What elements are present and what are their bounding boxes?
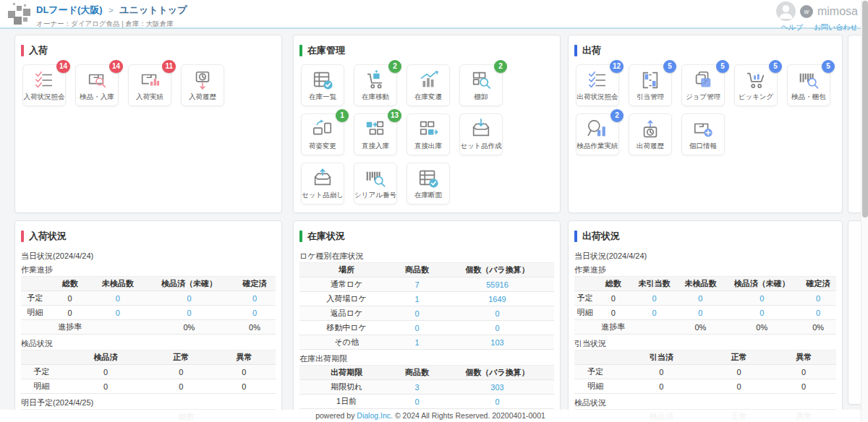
tile-label: ジョブ管理: [686, 92, 720, 102]
tile-label: 直接入庫: [362, 142, 389, 151]
cell-value[interactable]: 103: [441, 335, 554, 350]
contact-link[interactable]: お問い合わせ: [814, 23, 858, 31]
footer-powered-by: powered by: [315, 411, 354, 420]
menu-tile[interactable]: 5ピッキング: [734, 64, 778, 106]
scrollbar-thumb[interactable]: [862, 1, 868, 218]
table-row: その他1103: [299, 335, 554, 350]
row-label: 予定: [574, 291, 595, 306]
menu-tile[interactable]: 1荷姿変更: [301, 113, 344, 155]
cell-value[interactable]: 0: [723, 306, 800, 320]
menu-tile[interactable]: セット品崩し: [301, 163, 344, 204]
cell-value[interactable]: 0: [800, 291, 836, 306]
table-row: 明細000: [574, 379, 836, 394]
cell-value[interactable]: 0: [91, 306, 145, 320]
row-label: [21, 320, 49, 335]
menu-tile[interactable]: 個口情報: [681, 113, 725, 155]
cell-value: 0: [213, 365, 276, 379]
outbound-status-panel: 出荷状況 当日状況(2024/4/24)作業進捗総数未引当数未検品数検品済（未確…: [568, 220, 843, 422]
user-area: w mimosa ヘルプ お問い合わせ: [773, 1, 858, 33]
cell-value[interactable]: 0: [234, 291, 276, 306]
column-header: 未検品数: [91, 277, 145, 291]
status-table: 総数未検品数検品済（未確）確定済予定0000明細0000進捗率0%0%: [21, 276, 276, 335]
app-title[interactable]: DLフード(大阪): [36, 4, 103, 15]
tile-label: 荷姿変更: [309, 142, 336, 151]
cell-value[interactable]: 0: [234, 306, 276, 320]
accent-bar: [299, 231, 302, 242]
menu-tile[interactable]: 5検品・梱包: [787, 64, 830, 106]
checklist-icon: [587, 69, 608, 91]
cell-value[interactable]: 0: [91, 291, 145, 306]
menu-tile[interactable]: 在庫断面: [407, 163, 450, 204]
tile-label: 検品・梱包: [791, 92, 826, 102]
cell-value[interactable]: 0: [145, 306, 234, 320]
vertical-scrollbar[interactable]: [861, 0, 868, 422]
cell-value: 0: [49, 291, 91, 306]
cell-value: 0: [707, 365, 772, 379]
tile-count-badge: 12: [610, 60, 624, 73]
cell-value[interactable]: 7: [393, 277, 441, 292]
column-header: 正常: [150, 350, 213, 365]
menu-tile[interactable]: 出荷履歴: [629, 113, 672, 155]
box-down-icon: [470, 119, 492, 140]
tile-grid: 12出荷状況照会5引当管理5ジョブ管理5ピッキング5検品・梱包2検品作業実績出荷…: [569, 61, 842, 158]
tile-count-badge: 5: [822, 60, 835, 73]
cell-value[interactable]: 0: [393, 395, 441, 409]
app-logo-icon[interactable]: [6, 2, 32, 28]
footer-company-link[interactable]: Dialog.Inc.: [357, 411, 393, 420]
cell-value[interactable]: 1649: [441, 292, 554, 306]
column-header: [574, 350, 616, 365]
cell-value[interactable]: 1: [393, 292, 441, 306]
cell-value[interactable]: 303: [441, 380, 554, 395]
table-row: 明細0000: [21, 306, 276, 320]
owner-warehouse-subtitle: オーナー：ダイアログ食品 | 倉庫：大阪倉庫: [36, 20, 187, 29]
user-avatar[interactable]: [776, 1, 796, 21]
tile-label: セット品崩し: [302, 191, 344, 200]
cell-value: 0: [616, 365, 707, 379]
menu-tile[interactable]: シリアル番号: [354, 163, 397, 204]
menu-tile[interactable]: 入荷履歴: [181, 64, 224, 106]
tile-label: 入荷履歴: [189, 92, 216, 102]
cell-value[interactable]: 0: [800, 306, 836, 320]
help-link[interactable]: ヘルプ: [781, 23, 804, 31]
menu-tile[interactable]: 5引当管理: [629, 64, 672, 106]
cell-value[interactable]: 0: [723, 291, 800, 306]
cell-value[interactable]: 0: [631, 306, 678, 320]
cell-value[interactable]: 0: [441, 395, 554, 409]
menu-tile[interactable]: 在庫変遷: [407, 64, 450, 106]
menu-tile[interactable]: 14検品・入庫: [75, 64, 119, 106]
cell-value[interactable]: 0: [145, 291, 234, 306]
cell-value[interactable]: 55916: [441, 277, 554, 292]
menu-tile[interactable]: 12出荷状況照会: [576, 64, 619, 106]
cell-value[interactable]: 0: [631, 291, 678, 306]
menu-tile[interactable]: セット品作成: [459, 113, 503, 155]
cell-value[interactable]: 0: [393, 321, 441, 335]
partial-panel: [848, 35, 861, 213]
tile-grid: 14入荷状況照会14検品・入庫11入荷実績入荷履歴: [15, 61, 281, 109]
cell-value[interactable]: 0: [678, 306, 724, 320]
menu-tile[interactable]: 2在庫移動: [354, 64, 397, 106]
username[interactable]: mimosa: [817, 5, 858, 18]
menu-tile[interactable]: 在庫一覧: [301, 64, 344, 106]
cell-value[interactable]: 0: [678, 291, 724, 306]
tile-label: シリアル番号: [354, 191, 396, 200]
menu-tile[interactable]: 2検品作業実績: [576, 113, 619, 155]
cell-value[interactable]: 3: [393, 380, 441, 395]
menu-tile[interactable]: 直接出庫: [407, 113, 450, 155]
cell-value[interactable]: 0: [441, 321, 554, 335]
chart-trend-icon: [417, 69, 439, 91]
menu-tile[interactable]: 2棚卸: [459, 64, 503, 106]
menu-tile[interactable]: 13直接入庫: [354, 113, 397, 155]
menu-tile[interactable]: 5ジョブ管理: [681, 64, 725, 106]
status-sections: 当日状況(2024/4/24)作業進捗総数未引当数未検品数検品済（未確）確定済予…: [569, 251, 842, 422]
cell-value[interactable]: 0: [441, 306, 554, 321]
menu-tile[interactable]: 14入荷状況照会: [22, 64, 66, 106]
cell-value[interactable]: 1: [393, 335, 441, 350]
menu-tile[interactable]: 11入荷実績: [128, 64, 171, 106]
section-heading: 明日予定(2024/4/25): [21, 397, 276, 408]
cell-value: 0%: [234, 320, 276, 335]
tile-label: セット品作成: [460, 142, 502, 151]
cell-value[interactable]: 0: [393, 306, 441, 321]
column-header: 出荷期限: [299, 366, 393, 380]
table-row: 明細000: [21, 379, 276, 394]
cell-value: 0: [61, 379, 149, 394]
